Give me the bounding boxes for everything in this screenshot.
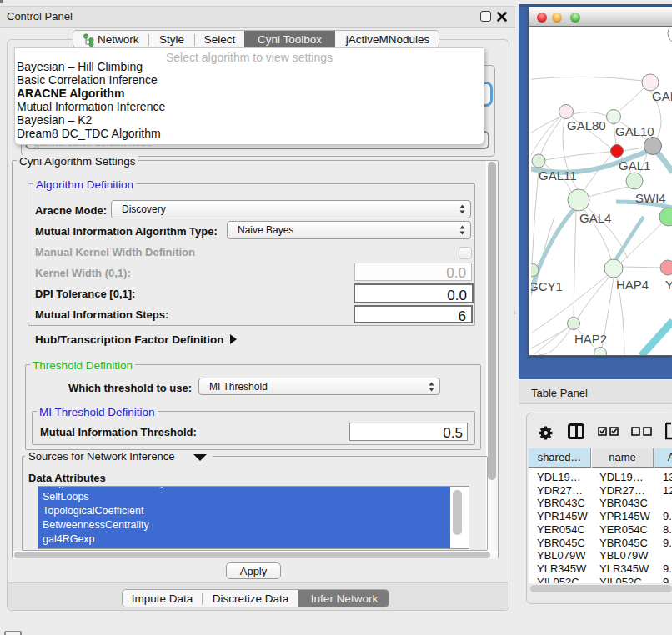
svg-text:GAL: GAL xyxy=(652,89,672,103)
svg-text:GAL11: GAL11 xyxy=(539,168,577,182)
svg-text:SWI4: SWI4 xyxy=(635,191,666,205)
svg-text:HAP4: HAP4 xyxy=(616,278,649,292)
svg-text:Y: Y xyxy=(665,278,672,292)
svg-text:GAL80: GAL80 xyxy=(567,118,606,132)
svg-text:GAL1: GAL1 xyxy=(619,158,650,172)
svg-text:GAL10: GAL10 xyxy=(615,124,654,138)
svg-text:GAL4: GAL4 xyxy=(579,211,611,225)
svg-text:GCY1: GCY1 xyxy=(531,279,563,293)
svg-text:HAP2: HAP2 xyxy=(574,332,607,346)
